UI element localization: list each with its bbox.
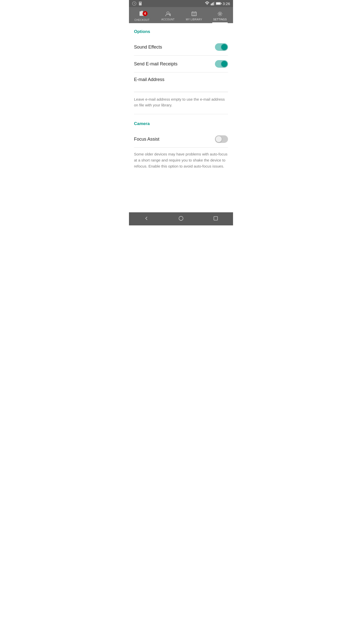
tab-checkout[interactable]: 4 CHECKOUT [129,7,155,23]
battery-icon [216,2,221,5]
recents-icon [213,216,218,221]
focus-assist-knob [216,136,222,142]
focus-assist-slider [215,135,228,143]
camera-title: Camera [134,121,228,126]
nav-tabs: 4 CHECKOUT ACCOUNT MY LIBRARY [129,7,233,23]
focus-assist-toggle[interactable] [215,135,228,143]
svg-rect-3 [140,2,141,3]
status-time: 3:26 [223,2,230,6]
svg-point-22 [219,13,221,15]
email-receipts-label: Send E-mail Receipts [134,61,177,67]
checkout-badge: 4 [143,11,148,16]
signal-icon [211,2,215,6]
svg-rect-4 [141,2,141,3]
sound-effects-toggle[interactable] [215,43,228,51]
svg-rect-12 [140,11,141,16]
email-receipts-knob [221,61,227,67]
svg-rect-7 [213,2,213,5]
email-receipts-slider [215,60,228,68]
options-title: Options [134,29,228,34]
home-button[interactable] [172,214,190,224]
svg-rect-6 [212,3,212,5]
svg-rect-5 [211,4,211,6]
svg-rect-8 [214,2,214,6]
focus-assist-row: Focus Assist [134,131,228,148]
back-button[interactable] [138,214,155,224]
tab-account-label: ACCOUNT [161,18,175,21]
email-receipts-toggle[interactable] [215,60,228,68]
library-icon [191,11,197,17]
focus-assist-label: Focus Assist [134,137,159,142]
tab-settings[interactable]: SETTINGS [207,7,233,23]
svg-point-15 [167,12,169,14]
options-section: Options Sound Effects Send E-mail Receip… [134,29,228,114]
sound-effects-knob [221,44,227,50]
email-address-section: E-mail Address Leave e-mail address empt… [134,72,228,114]
bottom-nav [129,212,233,225]
tab-mylibrary[interactable]: MY LIBRARY [181,7,207,23]
camera-section: Camera Focus Assist Some older devices m… [134,121,228,169]
email-address-label: E-mail Address [134,77,228,82]
status-icons-right: 3:26 [205,1,230,6]
svg-rect-24 [214,217,218,220]
sound-effects-row: Sound Effects [134,39,228,56]
tab-settings-label: SETTINGS [213,18,227,21]
back-icon [144,216,149,221]
focus-assist-hint: Some older devices may have problems wit… [134,148,228,169]
account-icon [165,11,171,17]
recents-button[interactable] [207,214,224,224]
status-bar: 3:26 [129,0,233,7]
svg-rect-11 [216,3,220,4]
settings-content: Options Sound Effects Send E-mail Receip… [129,23,233,212]
sound-effects-slider [215,43,228,51]
tab-checkout-label: CHECKOUT [134,19,150,21]
tab-account[interactable]: ACCOUNT [155,7,181,23]
wifi-icon [205,1,209,6]
email-receipts-row: Send E-mail Receipts [134,56,228,72]
email-address-input[interactable] [134,85,228,92]
svg-point-23 [179,216,183,221]
sound-effects-label: Sound Effects [134,45,162,50]
home-icon [178,216,184,221]
clock-icon [132,1,137,6]
settings-icon [217,11,223,17]
tab-mylibrary-label: MY LIBRARY [186,18,202,21]
svg-rect-2 [140,2,140,3]
sd-card-icon [138,1,143,6]
status-bar-left [132,1,143,6]
email-address-hint: Leave e-mail address empty to use the e-… [134,95,228,112]
svg-rect-10 [221,3,221,4]
